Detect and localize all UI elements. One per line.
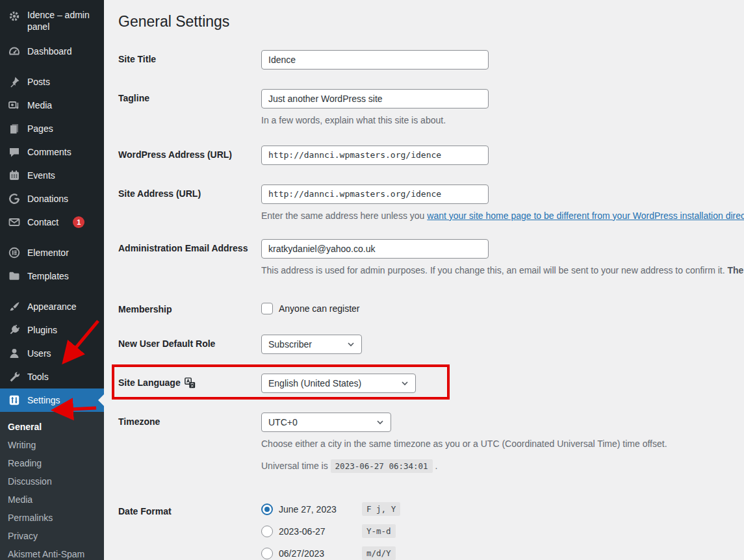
sidebar-item-tools[interactable]: Tools — [0, 365, 104, 388]
site-address-help: Enter the same address here unless you w… — [261, 210, 744, 223]
anyone-can-register-checkbox[interactable] — [261, 303, 273, 314]
site-address-label: Site Address (URL) — [118, 185, 261, 199]
gear-site-icon — [8, 10, 21, 23]
settings-content: General Settings Site Title Tagline In a… — [104, 0, 744, 560]
menu-label: Comments — [27, 147, 71, 157]
site-language-row: Site Language English (United States) — [118, 374, 744, 393]
wordpress-admin-general-settings: { "colors": { "accent": "#2271b1", "side… — [0, 0, 744, 560]
calendar-icon — [8, 169, 21, 182]
site-address-help-link[interactable]: want your site home page to be different… — [427, 210, 744, 221]
chevron-down-icon — [401, 379, 409, 387]
tagline-help: In a few words, explain what this site i… — [261, 114, 489, 127]
radio-icon[interactable] — [261, 526, 273, 537]
sidebar-item-events[interactable]: Events — [0, 164, 104, 187]
date-format-code: F j, Y — [362, 502, 400, 516]
sliders-icon — [8, 394, 21, 407]
sidebar-item-elementor[interactable]: Elementor — [0, 241, 104, 264]
tagline-label: Tagline — [118, 89, 261, 103]
sidebar-item-templates[interactable]: Templates — [0, 264, 104, 288]
sidebar-item-appearance[interactable]: Appearance — [0, 295, 104, 318]
admin-email-label: Administration Email Address — [118, 239, 261, 253]
date-format-code: Y-m-d — [362, 524, 396, 538]
default-role-row: New User Default Role Subscriber — [118, 335, 744, 354]
menu-label: Settings — [27, 395, 60, 405]
admin-email-row: Administration Email Address This addres… — [118, 239, 744, 277]
sidebar-item-settings[interactable]: Settings — [0, 388, 104, 412]
submenu-item-permalinks[interactable]: Permalinks — [0, 509, 104, 527]
membership-checkbox-row[interactable]: Anyone can register — [261, 300, 360, 314]
wordpress-address-input[interactable] — [261, 146, 489, 165]
pushpin-icon — [8, 75, 21, 88]
submenu-item-akismet[interactable]: Akismet Anti-Spam — [0, 545, 104, 560]
membership-row: Membership Anyone can register — [118, 300, 744, 314]
menu-label: Pages — [27, 123, 53, 134]
sidebar-item-comments[interactable]: Comments — [0, 140, 104, 164]
sidebar-item-users[interactable]: Users — [0, 342, 104, 365]
submenu-item-general[interactable]: General — [0, 418, 104, 436]
sidebar-item-plugins[interactable]: Plugins — [0, 318, 104, 342]
plug-icon — [8, 324, 21, 337]
submenu-item-reading[interactable]: Reading — [0, 454, 104, 472]
date-format-option[interactable]: 06/27/2023 m/d/Y — [261, 546, 400, 560]
date-format-option[interactable]: June 27, 2023 F j, Y — [261, 502, 400, 516]
menu-label: Contact — [27, 217, 58, 227]
translation-icon — [185, 377, 196, 388]
tagline-row: Tagline In a few words, explain what thi… — [118, 89, 744, 127]
folder-icon — [8, 270, 21, 283]
admin-email-help: This address is used for admin purposes.… — [261, 264, 744, 277]
site-title-label: Site Title — [118, 50, 261, 64]
sidebar-item-donations[interactable]: Donations — [0, 187, 104, 210]
sidebar-site-name[interactable]: Idence – admin panel — [0, 0, 104, 40]
admin-email-input[interactable] — [261, 239, 489, 259]
tagline-input[interactable] — [261, 89, 489, 108]
menu-label: Posts — [27, 77, 50, 87]
menu-label: Elementor — [27, 248, 69, 258]
media-icon — [8, 99, 21, 112]
date-format-option[interactable]: 2023-06-27 Y-m-d — [261, 524, 400, 538]
site-language-label: Site Language — [118, 374, 261, 388]
menu-label: Plugins — [27, 325, 57, 335]
radio-icon[interactable] — [261, 548, 273, 559]
timezone-select[interactable]: UTC+0 — [261, 413, 391, 432]
menu-separator — [0, 234, 104, 241]
dashboard-icon — [8, 45, 21, 58]
timezone-label: Timezone — [118, 413, 261, 427]
pages-icon — [8, 122, 21, 135]
date-format-label: Date Format — [118, 502, 261, 516]
menu-label: Media — [27, 100, 52, 110]
wordpress-address-row: WordPress Address (URL) — [118, 146, 744, 165]
wordpress-address-label: WordPress Address (URL) — [118, 146, 261, 160]
menu-label: Events — [27, 170, 55, 181]
menu-label: Donations — [27, 194, 68, 204]
site-address-row: Site Address (URL) Enter the same addres… — [118, 185, 744, 223]
sidebar-item-contact[interactable]: Contact 1 — [0, 210, 104, 234]
site-title-input[interactable] — [261, 50, 489, 70]
submenu-item-media[interactable]: Media — [0, 490, 104, 509]
page-title: General Settings — [118, 13, 744, 31]
sidebar-item-media[interactable]: Media — [0, 94, 104, 117]
radio-checked-icon[interactable] — [261, 503, 273, 515]
default-role-select[interactable]: Subscriber — [261, 335, 362, 354]
contact-count-badge: 1 — [73, 216, 84, 228]
timezone-help: Choose either a city in the same timezon… — [261, 438, 667, 451]
submenu-item-writing[interactable]: Writing — [0, 436, 104, 454]
menu-label: Tools — [27, 372, 49, 382]
site-address-input[interactable] — [261, 185, 489, 204]
sidebar-item-pages[interactable]: Pages — [0, 117, 104, 140]
sidebar-item-posts[interactable]: Posts — [0, 70, 104, 94]
menu-label: Dashboard — [27, 46, 72, 57]
menu-label: Templates — [27, 271, 69, 281]
site-language-select[interactable]: English (United States) — [261, 374, 416, 393]
envelope-icon — [8, 216, 21, 229]
sidebar-item-dashboard[interactable]: Dashboard — [0, 40, 104, 63]
elementor-icon — [8, 246, 21, 259]
submenu-item-discussion[interactable]: Discussion — [0, 472, 104, 490]
menu-label: Appearance — [27, 301, 77, 312]
donations-g-icon — [8, 192, 21, 205]
chevron-down-icon — [376, 418, 384, 426]
submenu-item-privacy[interactable]: Privacy — [0, 527, 104, 545]
membership-label: Membership — [118, 300, 261, 314]
universal-time-code: 2023-06-27 06:34:01 — [331, 459, 433, 473]
universal-time: Universal time is 2023-06-27 06:34:01 . — [261, 461, 667, 471]
default-role-label: New User Default Role — [118, 335, 261, 349]
